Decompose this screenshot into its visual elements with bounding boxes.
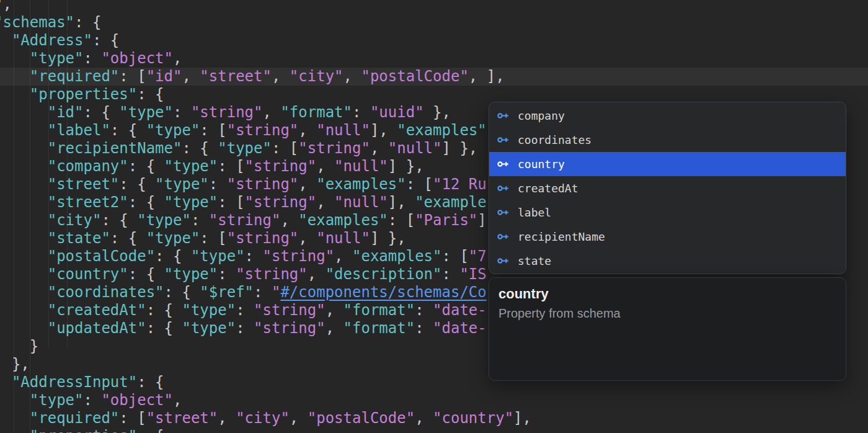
code-token: "null" xyxy=(388,140,442,157)
code-token: ] }, xyxy=(388,158,424,175)
code-token: , xyxy=(173,391,182,409)
code-line[interactable]: "AddressInput": { xyxy=(0,373,531,391)
code-token: "null" xyxy=(334,194,388,211)
code-line[interactable]: "properties": { xyxy=(0,427,531,433)
code-token: : { xyxy=(137,427,164,433)
code-token: "street" xyxy=(200,68,272,85)
code-token: : xyxy=(209,176,227,193)
code-line[interactable]: "createdAt": { "type": "string", "format… xyxy=(0,301,531,319)
code-token: ] xyxy=(477,212,486,229)
code-token: : { xyxy=(110,230,146,247)
suggestion-item-selected[interactable]: country xyxy=(489,152,846,176)
code-area[interactable]: ","schemas": { "Address": { "type": "obj… xyxy=(0,0,531,433)
code-token: "city" xyxy=(236,409,290,427)
code-line[interactable]: "state": { "type": ["string", "null"] }, xyxy=(0,230,531,248)
property-key-icon xyxy=(497,230,510,243)
code-token xyxy=(0,301,48,319)
code-token: : { xyxy=(155,248,191,265)
code-token: "string" xyxy=(263,248,335,265)
code-line[interactable]: "recipientName": { "type": ["string", "n… xyxy=(0,140,531,158)
code-line[interactable]: ", xyxy=(0,0,531,14)
code-token: "type" xyxy=(218,140,272,157)
code-token: "type" xyxy=(30,391,84,409)
code-line[interactable]: "postalCode": { "type": "string", "examp… xyxy=(0,248,531,266)
suggestion-item[interactable]: createdAt xyxy=(489,176,846,200)
code-token: "properties" xyxy=(30,427,137,433)
property-key-icon xyxy=(497,206,510,219)
code-line[interactable]: "properties": { xyxy=(0,86,531,104)
code-line[interactable]: "company": { "type": ["string", "null"] … xyxy=(0,158,531,176)
code-line[interactable]: "required": ["street", "city", "postalCo… xyxy=(0,409,531,427)
suggestion-item[interactable]: state xyxy=(489,249,846,273)
property-key-icon xyxy=(497,109,510,122)
code-token: "type" xyxy=(164,194,218,211)
suggestion-item[interactable]: label xyxy=(489,200,846,225)
code-token: "street" xyxy=(48,176,120,193)
code-line[interactable]: } xyxy=(0,337,531,355)
code-token: : xyxy=(236,319,254,337)
code-token xyxy=(0,212,48,229)
code-token: : [ xyxy=(388,212,415,229)
code-token: "required" xyxy=(30,68,120,85)
code-token: "string" xyxy=(298,140,370,157)
code-token: , xyxy=(334,248,352,265)
code-line[interactable]: "type": "object", xyxy=(0,50,531,68)
code-token: "string" xyxy=(245,158,317,175)
code-token: "postalCode" xyxy=(308,409,415,427)
code-token: : { xyxy=(92,32,119,49)
code-token: "string" xyxy=(227,122,299,139)
suggestion-detail-description: Property from schema xyxy=(498,306,836,321)
code-line[interactable]: "street2": { "type": ["string", "null"],… xyxy=(0,194,531,212)
code-token: : [ xyxy=(442,248,469,265)
suggestion-item[interactable]: company xyxy=(489,104,846,128)
code-token: : { xyxy=(128,266,164,283)
schema-ref-link[interactable]: #/components/schemas/Co xyxy=(280,283,486,301)
code-token: "example xyxy=(415,194,487,211)
code-token: "string" xyxy=(254,301,326,319)
code-token: : { xyxy=(164,283,200,301)
code-line[interactable]: "updatedAt": { "type": "string", "format… xyxy=(0,319,531,337)
code-token: "coordinates" xyxy=(48,283,164,301)
code-token xyxy=(0,373,12,391)
code-line-current[interactable]: "required": ["id", "street", "city", "po… xyxy=(0,68,531,86)
code-token: "company" xyxy=(48,158,128,175)
code-token: ], xyxy=(370,122,397,139)
code-token: , xyxy=(173,50,182,67)
code-token: "postalCode" xyxy=(361,68,468,85)
code-token: : xyxy=(218,266,236,283)
code-line[interactable]: "street": { "type": "string", "examples"… xyxy=(0,176,531,194)
code-line[interactable]: "Address": { xyxy=(0,32,531,50)
suggestion-detail-title: country xyxy=(498,286,836,302)
code-token: , xyxy=(263,104,281,121)
code-token: , xyxy=(415,409,433,427)
code-token: "7 xyxy=(469,248,487,265)
code-token: "$ref" xyxy=(200,283,254,301)
code-token: "updatedAt" xyxy=(48,319,146,337)
code-token: "format" xyxy=(280,104,352,121)
code-line[interactable]: "city": { "type": "string", "examples": … xyxy=(0,212,531,230)
code-line[interactable]: "coordinates": { "$ref": "#/components/s… xyxy=(0,283,531,301)
code-line[interactable]: "country": { "type": "string", "descript… xyxy=(0,266,531,283)
suggestion-item[interactable]: coordinates xyxy=(489,128,846,152)
code-token: : xyxy=(191,212,209,229)
code-token xyxy=(0,86,30,103)
code-token: "type" xyxy=(155,176,209,193)
suggestion-label: state xyxy=(518,254,551,267)
code-line[interactable]: }, xyxy=(0,355,531,373)
code-token: "date- xyxy=(433,301,487,319)
code-token xyxy=(0,391,30,409)
code-token: "format" xyxy=(343,301,415,319)
code-token: : xyxy=(254,283,272,301)
code-token: "id" xyxy=(146,68,182,85)
code-line[interactable]: "id": { "type": "string", "format": "uui… xyxy=(0,104,531,122)
code-token: "id" xyxy=(48,104,84,121)
code-token: : { xyxy=(146,319,182,337)
suggestion-item[interactable]: recipientName xyxy=(489,225,846,249)
property-key-icon xyxy=(497,254,510,267)
code-line[interactable]: "schemas": { xyxy=(0,14,531,32)
code-line[interactable]: "label": { "type": ["string", "null"], "… xyxy=(0,122,531,140)
code-token: "examples" xyxy=(316,176,406,193)
code-token: "properties" xyxy=(30,86,137,103)
code-token: , xyxy=(298,122,316,139)
code-line[interactable]: "type": "object", xyxy=(0,391,531,409)
